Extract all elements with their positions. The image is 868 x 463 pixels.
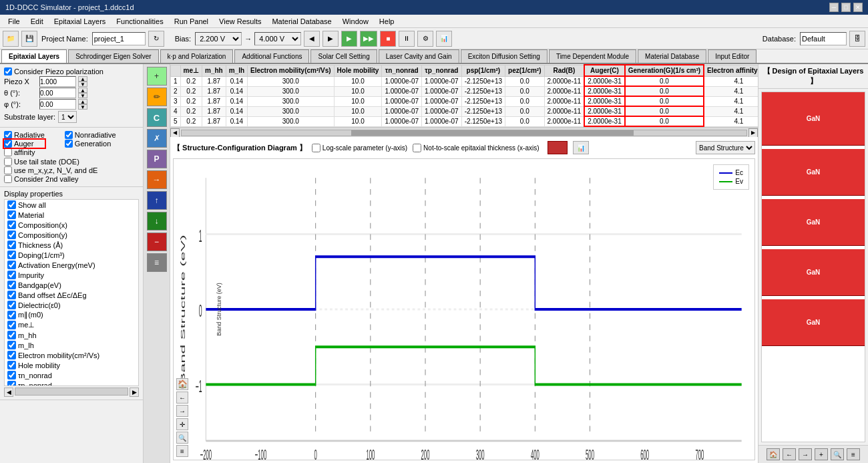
dp-scroll-left[interactable]: ◀ (4, 388, 13, 397)
copy-layer-btn[interactable]: C (147, 108, 167, 127)
tab-laser[interactable]: Laser Cavity and Gain (379, 49, 459, 63)
menu-btn[interactable]: ≡ (147, 253, 167, 272)
chart-btn[interactable]: 📊 (436, 31, 452, 47)
substrate-select[interactable]: 1 (58, 111, 77, 123)
database-input[interactable] (800, 32, 847, 45)
epi-layer-1[interactable]: GaN (762, 92, 865, 146)
rp-plus-btn[interactable]: + (815, 448, 828, 460)
dp-scroll-right[interactable]: ▶ (130, 388, 139, 397)
nav-zoom-out[interactable]: ≡ (176, 445, 188, 457)
maximize-btn[interactable]: □ (841, 3, 851, 12)
tab-epitaxial-layers[interactable]: Epitaxial Layers (1, 49, 67, 63)
db-btn[interactable]: 🗄 (849, 31, 865, 47)
tab-material-db[interactable]: Material Database (638, 49, 706, 63)
menu-run[interactable]: Run Panel (169, 16, 214, 27)
rp-menu-btn[interactable]: ≡ (847, 448, 860, 460)
add-layer-btn[interactable]: + (147, 67, 167, 86)
menu-functionalities[interactable]: Functionalities (111, 16, 168, 27)
table-row[interactable]: 30.21.870.14300.010.01.0000e-071.0000e-0… (171, 96, 758, 106)
minimize-btn[interactable]: ─ (829, 3, 839, 12)
epi-layer-3[interactable]: GaN (762, 199, 865, 246)
tab-kp[interactable]: k·p and Polarization (160, 49, 234, 63)
use-m-checkbox[interactable] (4, 166, 12, 174)
consider-piezo-checkbox[interactable] (4, 67, 12, 75)
chart-type-select[interactable]: Band Structure Doping Composition Index (696, 141, 755, 154)
rp-right-btn[interactable]: → (799, 448, 812, 460)
tail-state-checkbox[interactable] (4, 158, 12, 166)
piezox-down[interactable]: ▼ (78, 82, 87, 87)
remove-btn[interactable]: − (147, 233, 167, 251)
move-right-btn[interactable]: → (147, 170, 167, 189)
tab-input-editor[interactable]: Input Editor (708, 49, 756, 63)
display-props-list[interactable]: Show all Material Composition(x) Composi… (4, 199, 139, 386)
substrate-row: Substrate layer: 1 (4, 111, 139, 123)
chart-bar-btn[interactable]: 📊 (573, 141, 589, 154)
phi-down[interactable]: ▼ (78, 104, 87, 110)
nav-zoom-in[interactable]: 🔍 (176, 432, 188, 444)
edit-layer-btn[interactable]: ✏ (147, 88, 167, 106)
move-up-btn[interactable]: ↑ (147, 191, 167, 210)
dp-scrollbar[interactable] (15, 388, 128, 396)
run-btn[interactable]: ▶ (341, 31, 357, 47)
epi-layer-4[interactable]: GaN (762, 249, 865, 296)
project-name-input[interactable] (92, 32, 146, 45)
tab-additional[interactable]: Additional Functions (234, 49, 309, 63)
pause-btn[interactable]: ⏸ (399, 31, 415, 47)
move-down-btn[interactable]: ↓ (147, 212, 167, 230)
table-row[interactable]: 50.21.870.14300.010.01.0000e-071.0000e-0… (171, 116, 758, 126)
theta-down[interactable]: ▼ (78, 93, 87, 98)
auger-checkbox[interactable] (4, 140, 12, 148)
table-row[interactable]: 20.21.870.14300.010.01.0000e-071.0000e-0… (171, 86, 758, 96)
save-btn[interactable]: 💾 (21, 31, 37, 47)
valley2-checkbox[interactable] (4, 175, 12, 183)
close-btn[interactable]: ✕ (853, 3, 863, 12)
bias-from-select[interactable]: 2.200 V (195, 32, 242, 45)
tab-exciton[interactable]: Exciton Diffusion Setting (461, 49, 548, 63)
menu-view[interactable]: View Results (214, 16, 266, 27)
tab-schrodinger[interactable]: Schrodinger Eigen Solver (68, 49, 158, 63)
nav-home[interactable]: 🏠 (176, 378, 188, 390)
bias-to-select[interactable]: 4.000 V (254, 32, 301, 45)
refresh-btn[interactable]: ↻ (148, 31, 164, 47)
table-row[interactable]: 40.21.870.14300.010.01.0000e-071.0000e-0… (171, 106, 758, 116)
menu-epitaxial[interactable]: Epitaxial Layers (49, 16, 112, 27)
settings-btn[interactable]: ⚙ (417, 31, 433, 47)
not-to-scale-checkbox[interactable] (413, 144, 421, 152)
right-arrow-btn[interactable]: ▶ (322, 31, 339, 47)
table-row[interactable]: 10.21.870.14300.010.01.0000e-071.0000e-0… (171, 76, 758, 86)
nav-move[interactable]: ✛ (176, 418, 188, 430)
generation-checkbox[interactable] (65, 140, 73, 148)
color-pick-btn[interactable] (548, 141, 568, 154)
run2-btn[interactable]: ▶▶ (360, 31, 377, 47)
delete-layer-btn[interactable]: ✗ (147, 129, 167, 148)
log-scale-checkbox[interactable] (312, 144, 320, 152)
rp-left-btn[interactable]: ← (783, 448, 796, 460)
nav-left[interactable]: ← (176, 392, 188, 404)
piezox-input[interactable] (39, 76, 76, 87)
affinity-checkbox[interactable] (4, 148, 12, 156)
phi-input[interactable] (39, 99, 76, 110)
menu-window[interactable]: Window (337, 16, 374, 27)
menu-material[interactable]: Material Database (266, 16, 337, 27)
theta-input[interactable] (39, 88, 76, 98)
radiative-checkbox[interactable] (4, 131, 12, 139)
nonradiative-checkbox[interactable] (65, 131, 73, 139)
paste-layer-btn[interactable]: P (147, 150, 167, 168)
menu-file[interactable]: File (3, 16, 25, 27)
tab-solar[interactable]: Solar Cell Setting (310, 49, 377, 63)
tab-time[interactable]: Time Dependent Module (549, 49, 636, 63)
nav-right[interactable]: → (176, 405, 188, 417)
stop-btn[interactable]: ■ (380, 31, 396, 47)
left-arrow-btn[interactable]: ◀ (304, 31, 320, 47)
epi-layer-2[interactable]: GaN (762, 149, 865, 196)
table-scroll-right[interactable]: ▶ (748, 128, 758, 138)
rp-search-btn[interactable]: 🔍 (831, 448, 844, 460)
epi-layer-5[interactable]: GaN (762, 299, 865, 346)
menu-edit[interactable]: Edit (25, 16, 49, 27)
open-btn[interactable]: 📁 (3, 31, 19, 47)
rp-home-btn[interactable]: 🏠 (767, 448, 780, 460)
table-hscrollbar[interactable] (181, 130, 747, 136)
right-panel-title: 【 Design of Epitaxial Layers 】 (758, 64, 868, 89)
table-scroll-left[interactable]: ◀ (170, 128, 180, 138)
menu-help[interactable]: Help (374, 16, 400, 27)
